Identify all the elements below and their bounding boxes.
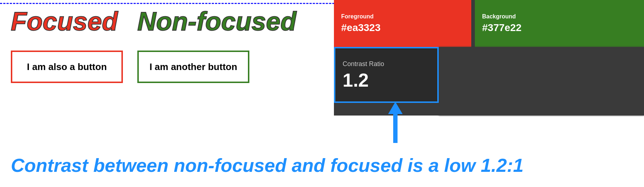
arrow-indicator [388, 102, 403, 143]
foreground-label: Foreground [341, 13, 464, 20]
focused-button[interactable]: I am also a button [11, 51, 123, 83]
background-value: #377e22 [482, 22, 637, 34]
contrast-ratio-label: Contrast Ratio [343, 60, 430, 68]
arrow-head-icon [388, 102, 403, 114]
contrast-ratio-card: Contrast Ratio 1.2 [334, 47, 439, 103]
bottom-contrast-text: Contrast between non-focused and focused… [11, 155, 524, 176]
arrow-shaft [393, 114, 398, 143]
background-swatch: Background #377e22 [475, 0, 644, 47]
focused-label: Focused [11, 6, 118, 36]
background-label: Background [482, 13, 637, 20]
dark-blurred-area [439, 47, 644, 116]
contrast-ratio-value: 1.2 [343, 71, 430, 90]
foreground-swatch: Foreground #ea3323 [334, 0, 471, 47]
non-focused-label: Non-focused [137, 6, 296, 36]
non-focused-button[interactable]: I am another button [137, 51, 249, 83]
foreground-value: #ea3323 [341, 22, 464, 34]
color-inspector-panel: Foreground #ea3323 Background #377e22 Co… [334, 0, 644, 116]
left-section: Focused Non-focused I am also a button I… [0, 0, 332, 116]
